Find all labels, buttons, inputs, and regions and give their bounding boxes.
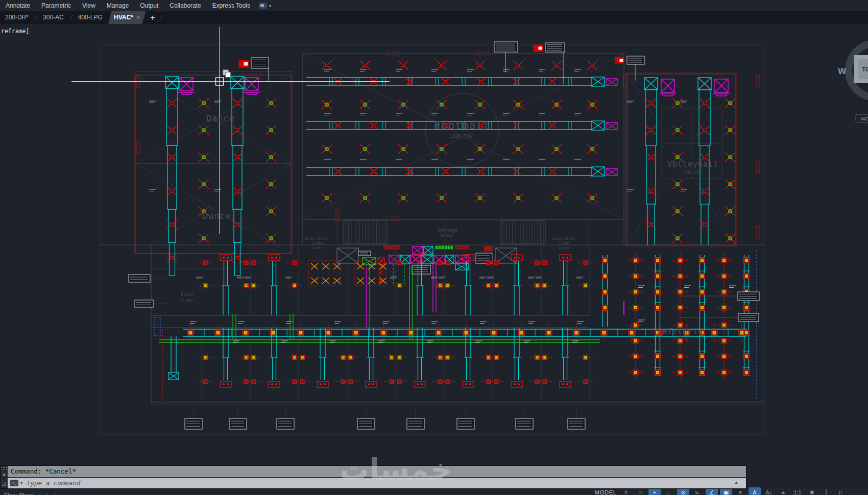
menu-output[interactable]: Output (134, 0, 164, 11)
square-diffuser-symbol (353, 324, 359, 341)
ceiling-diffuser-symbol (369, 167, 379, 176)
square-diffuser-symbol (601, 324, 607, 341)
ceiling-diffuser-symbol (266, 207, 276, 216)
x-box (231, 77, 244, 89)
menu-collaborate[interactable]: Collaborate (164, 0, 206, 11)
menu-view[interactable]: View (77, 0, 101, 11)
menu-express-tools[interactable]: Express Tools (207, 0, 256, 11)
room-duct-up (513, 261, 521, 315)
duct-size-label (729, 286, 736, 288)
ceiling-diffuser-symbol (551, 193, 562, 203)
close-tab-icon[interactable]: × (137, 14, 140, 20)
annotation-label-box (185, 418, 202, 429)
ceiling-diffuser-symbol (547, 121, 558, 130)
duct-size-label (149, 101, 156, 103)
layout-tab-floor-plans[interactable]: Floor Plans (4, 492, 34, 495)
autoscale-icon[interactable]: A↕ (763, 487, 775, 495)
room-label-lobby-left-1: Stair/Elev. (305, 236, 330, 241)
new-tab-button[interactable]: + (146, 12, 159, 23)
tab-hvac-label: HVAC* (114, 14, 133, 21)
duct-size-label (431, 277, 438, 279)
green-pipe-risers (233, 265, 413, 340)
duct-size-label (681, 189, 687, 191)
x-box (606, 168, 617, 176)
viewcube[interactable]: W N S TOP WCS (838, 36, 868, 122)
duct-size-label (467, 159, 474, 161)
menu-bar: Annotate Parametric View Manage Output C… (0, 0, 868, 11)
x-box (606, 122, 617, 130)
duct-size-label (528, 277, 535, 279)
room-duct-down (416, 328, 424, 380)
annotation-visibility-icon[interactable]: A (749, 487, 761, 495)
square-diffuser-symbol (655, 370, 661, 376)
ceiling-diffuser-symbol (167, 253, 177, 262)
ceiling-diffuser-symbol (512, 77, 522, 86)
square-diffuser-symbol (243, 324, 249, 341)
isolate-icon[interactable]: ⎮ (820, 487, 832, 495)
square-diffuser-symbol (187, 324, 194, 341)
ceiling-diffuser-symbol (672, 207, 683, 216)
command-window-grip[interactable]: ✕ ◿ (1, 466, 8, 488)
ceiling-diffuser-symbol (437, 193, 447, 203)
ceiling-diffuser-symbol (232, 253, 243, 262)
ceiling-diffuser-symbol (551, 61, 562, 70)
command-prompt-icon[interactable]: >_ (10, 480, 18, 486)
exhaust-fan-unit (244, 78, 260, 94)
close-command-window-icon[interactable]: ✕ (2, 473, 6, 478)
duct-size-label (539, 159, 545, 161)
square-diffuser-symbol (628, 284, 644, 300)
room-area-lobby-left: 34.00m² (311, 246, 324, 250)
menu-annotate[interactable]: Annotate (0, 0, 36, 11)
new-layout-button[interactable]: + (44, 491, 49, 495)
duct-size-label (396, 113, 402, 115)
x-box (245, 78, 258, 91)
supply-diffuser-symbol (317, 381, 328, 387)
duct-size-label (324, 69, 331, 71)
command-input[interactable] (26, 479, 746, 487)
scale-value[interactable]: 1:1 (791, 487, 804, 495)
tab-200-dr[interactable]: 200-DR* (0, 11, 34, 24)
expand-history-icon[interactable]: ▲ (734, 480, 739, 485)
ceiling-diffuser-symbol (266, 180, 276, 189)
room-duct-up (561, 261, 569, 315)
ceiling-diffuser-symbol (587, 144, 597, 154)
square-diffuser-symbol (392, 284, 407, 288)
customize-icon[interactable]: ◿ (2, 482, 6, 486)
fire-damper-top (534, 45, 543, 52)
recent-commands-caret-icon[interactable]: ▾ (20, 481, 22, 485)
ribbon-options-button[interactable]: ▾ (259, 3, 271, 9)
x-box (168, 373, 179, 380)
room-label-elec: Elec1 (181, 292, 193, 297)
ceiling-diffuser-symbol (322, 100, 332, 109)
corridor-walls (100, 219, 764, 245)
duct-size-label (627, 189, 634, 191)
square-diffuser-symbol (463, 324, 469, 341)
annotation-scale-icon[interactable]: ⏶ (777, 487, 789, 495)
viewcube-top-label[interactable]: TOP (862, 66, 868, 73)
ceiling-diffuser-symbol (199, 234, 209, 243)
tab-400-lpg[interactable]: 400-LPG (73, 11, 108, 24)
autocad-window: { "menu_bar": { "items": ["Annotate", "P… (0, 0, 868, 495)
grip-dots[interactable] (1, 467, 7, 471)
tab-hvac-active[interactable]: HVAC*× (108, 11, 146, 24)
ceiling-diffuser-symbol (513, 144, 523, 154)
command-rows: Command: *Cancel* >_ ▾ ▲ (8, 466, 746, 488)
bottom-bar: Floor Plans / + / MODEL #⁙+∟⊘⋋∠▣≡AA↕⏶1:1… (0, 488, 868, 495)
green-pipe-main (159, 340, 600, 342)
square-diffuser-symbol (672, 252, 688, 268)
wcs-label[interactable]: WCS (861, 116, 868, 121)
room-label-cafeteria: Cafeteria (657, 327, 703, 336)
supply-diffuser-symbol (560, 381, 571, 387)
duct-size-label (360, 69, 367, 71)
menu-manage[interactable]: Manage (101, 0, 134, 11)
viewport-control-text[interactable]: reframe] (1, 28, 29, 35)
x-box (698, 78, 711, 90)
square-diffuser-symbol (628, 268, 644, 284)
clean-screen-icon[interactable]: ▯ (834, 487, 847, 495)
annotation-label-box (129, 275, 150, 282)
tab-300-ac[interactable]: 300-AC (38, 11, 69, 24)
workspace-gear-icon[interactable]: ✱ (806, 487, 818, 495)
menu-parametric[interactable]: Parametric (36, 0, 77, 11)
square-diffuser-symbol (716, 348, 732, 364)
viewcube-west[interactable]: W (838, 66, 847, 76)
